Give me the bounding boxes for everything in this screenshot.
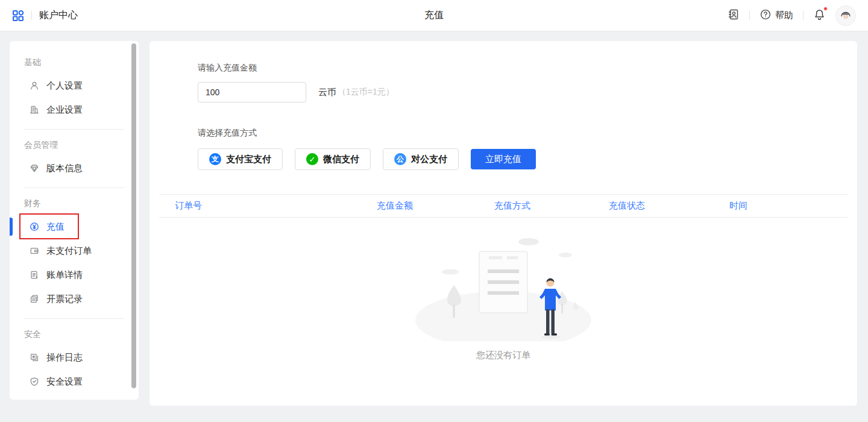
col-time: 时间	[714, 200, 848, 212]
question-circle-icon	[760, 8, 772, 22]
sidebar-item-operation-log[interactable]: 操作日志	[10, 345, 139, 370]
help-label: 帮助	[775, 10, 793, 21]
apps-grid-icon[interactable]	[12, 10, 24, 22]
sidebar-item-recharge[interactable]: 充值	[10, 215, 139, 239]
active-indicator	[10, 218, 13, 236]
building-icon	[30, 105, 39, 115]
method-label: 请选择充值方式	[198, 127, 857, 139]
currency-unit: 云币	[318, 87, 336, 98]
col-recharge-status: 充值状态	[593, 200, 714, 212]
help-button[interactable]: 帮助	[760, 8, 793, 22]
header-divider	[31, 11, 32, 20]
wechat-pay-icon: ✓	[306, 153, 318, 165]
invoice-icon	[30, 294, 39, 304]
sidebar-item-personal-settings[interactable]: 个人设置	[10, 74, 139, 98]
header-divider	[749, 11, 750, 20]
corporate-pay-icon: 公	[394, 153, 406, 165]
corporate-label: 对公支付	[411, 154, 447, 165]
sidebar-item-label: 账单详情	[46, 269, 83, 281]
sidebar-item-unpaid-orders[interactable]: 未支付订单	[10, 239, 139, 263]
recharge-now-button[interactable]: 立即充值	[471, 149, 536, 169]
top-header: 账户中心 充值 帮助	[0, 0, 868, 31]
sidebar: 基础 个人设置 企业设置 会员管理	[10, 41, 139, 400]
sidebar-scrollbar-thumb[interactable]	[131, 43, 136, 388]
header-divider	[803, 11, 804, 20]
brand-title: 账户中心	[39, 9, 78, 22]
sidebar-item-security-settings[interactable]: 安全设置	[10, 370, 139, 394]
sidebar-item-label: 企业设置	[46, 104, 83, 116]
alipay-icon: 支	[209, 153, 221, 165]
sidebar-item-bill-details[interactable]: 账单详情	[10, 263, 139, 287]
col-recharge-method: 充值方式	[479, 200, 593, 212]
empty-illustration	[413, 236, 594, 341]
col-order-number: 订单号	[159, 200, 361, 212]
amount-label: 请输入充值金额	[198, 61, 857, 74]
sidebar-item-security-policy[interactable]: 安全策略	[10, 394, 139, 400]
table-header-row: 订单号 充值金额 充值方式 充值状态 时间	[159, 195, 848, 218]
user-avatar[interactable]	[835, 5, 856, 26]
sidebar-item-label: 操作日志	[46, 352, 83, 364]
alipay-label: 支付宝支付	[226, 154, 271, 165]
contact-book-icon	[728, 8, 740, 22]
sidebar-item-company-settings[interactable]: 企业设置	[10, 98, 139, 122]
wechat-method-button[interactable]: ✓ 微信支付	[295, 148, 371, 170]
section-label-finance: 财务	[10, 188, 139, 215]
wechat-label: 微信支付	[323, 154, 359, 165]
main-panel: 请输入充值金额 云币 （1云币=1元） 请选择充值方式 支 支付宝支付 ✓ 微信…	[149, 41, 857, 406]
yuan-circle-icon	[30, 222, 39, 231]
currency-hint: （1云币=1元）	[338, 87, 394, 98]
sidebar-item-label: 版本信息	[46, 163, 83, 174]
empty-state: 您还没有订单	[159, 236, 848, 361]
sidebar-item-label: 充值	[46, 221, 64, 233]
sidebar-item-invoice-records[interactable]: 开票记录	[10, 287, 139, 311]
gem-icon	[30, 163, 39, 173]
amount-input[interactable]	[198, 82, 306, 102]
notification-bell-button[interactable]	[813, 8, 826, 23]
alipay-method-button[interactable]: 支 支付宝支付	[198, 148, 283, 170]
col-recharge-amount: 充值金额	[361, 200, 479, 212]
orders-table: 订单号 充值金额 充值方式 充值状态 时间	[159, 194, 848, 361]
shield-check-icon	[30, 377, 39, 386]
bill-document-icon	[30, 270, 39, 280]
contact-book-button[interactable]	[728, 8, 740, 22]
section-label-membership: 会员管理	[10, 130, 139, 156]
section-label-basic: 基础	[10, 47, 139, 74]
section-label-security: 安全	[10, 319, 139, 345]
log-copy-icon	[30, 353, 39, 362]
notification-dot	[823, 7, 828, 11]
sidebar-item-label: 安全设置	[46, 376, 83, 388]
sidebar-item-label: 个人设置	[46, 80, 83, 92]
corporate-method-button[interactable]: 公 对公支付	[383, 148, 459, 170]
page-title: 充值	[424, 9, 444, 22]
sidebar-item-version-info[interactable]: 版本信息	[10, 156, 139, 180]
sidebar-nav: 基础 个人设置 企业设置 会员管理	[10, 41, 139, 400]
empty-text: 您还没有订单	[476, 350, 530, 361]
sidebar-item-label: 开票记录	[46, 294, 83, 305]
user-icon	[30, 81, 39, 90]
sidebar-item-label: 未支付订单	[46, 245, 92, 257]
wallet-icon	[30, 246, 39, 256]
